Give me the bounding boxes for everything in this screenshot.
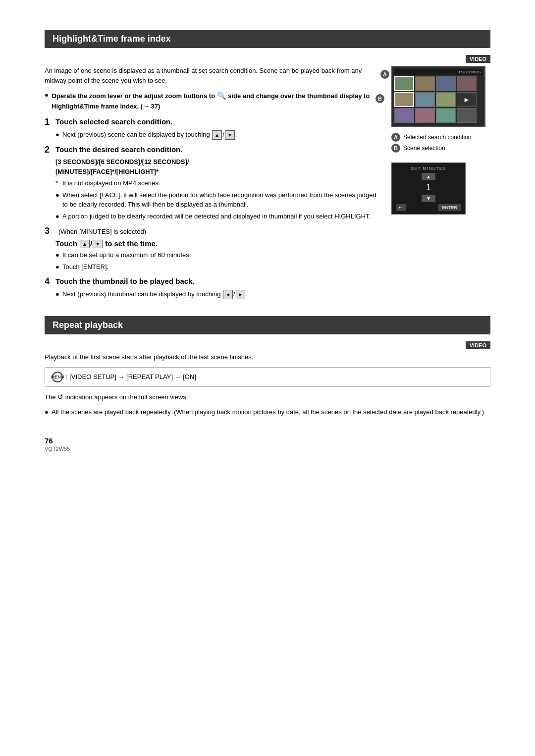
set-minutes-display: SET MINUTES ▲ 1 ▼ ↩ ENTER [391, 162, 466, 215]
section2-header: Repeat playback [45, 316, 490, 334]
page-footer: 76 VQT2W55 [45, 436, 490, 452]
thumb-b2 [415, 92, 435, 107]
section1-header: Highlight&Time frame index [45, 30, 490, 48]
sm-back-btn: ↩ [396, 204, 406, 211]
thumb-3 [436, 76, 456, 91]
label-a-text: Selected search condition [403, 134, 471, 141]
section1-bullet-bold: Operate the zoom lever or the adjust zoo… [45, 90, 381, 111]
label-b-row: B Scene selection [391, 144, 490, 153]
up-btn-3: ▲ [80, 240, 90, 248]
down-btn-3: ▼ [93, 240, 103, 248]
step-1-number: 1 [45, 117, 55, 128]
left-btn: ◄ [223, 290, 233, 299]
step-2-bullet-1: A portion judged to be clearly recorded … [55, 212, 381, 221]
right-btn: ► [236, 290, 246, 299]
step-4-number: 4 [45, 276, 55, 287]
step-3-bullet-0: It can be set up to a maximum of 60 minu… [55, 250, 381, 260]
step-1-title: Touch selected search condition. [55, 117, 172, 127]
step-2-asterisk: It is not displayed on MP4 scenes. [55, 178, 381, 188]
repeat-indication-text: The ↺ indication appears on the full scr… [45, 392, 490, 402]
section2-intro: Playback of the first scene starts after… [45, 352, 490, 362]
page-number: 76 [45, 436, 490, 445]
step-4-title: Touch the thumbnail to be played back. [55, 276, 195, 286]
up-btn: ▲ [212, 130, 222, 140]
thumb-c1 [394, 108, 414, 123]
step-2-block: 2 Touch the desired search condition. [3… [45, 145, 381, 221]
step-2-number: 2 [45, 145, 55, 156]
section1-video-badge: VIDEO [466, 55, 490, 63]
step-1-bullet-0: Next (previous) scene can be displayed b… [55, 130, 381, 140]
thumb-header-label: 3 SECONDS [394, 69, 482, 75]
label-a-circle: A [391, 133, 400, 142]
thumb-4 [457, 76, 477, 91]
step-2-bullet-0: When select [FACE], it will select the p… [55, 190, 381, 210]
section2-video-badge: VIDEO [466, 341, 490, 349]
menu-command-text: : [VIDEO SETUP] → [REPEAT PLAY] → [ON] [66, 373, 196, 380]
step-3-title: Touch ▲/▼ to set the time. [55, 239, 158, 249]
repeat-icon: ↺ [57, 392, 63, 402]
sm-down-btn: ▼ [422, 195, 435, 202]
sm-title: SET MINUTES [396, 166, 461, 171]
thumb-c4 [457, 108, 477, 123]
thumb-b3 [436, 92, 456, 107]
menu-icon: MENU [52, 372, 63, 382]
step-3-number: 3 [45, 226, 55, 237]
step-3-when: (When [MINUTES] is selected) [58, 228, 146, 235]
sm-value: 1 [421, 182, 436, 193]
sm-enter-btn: ENTER [438, 204, 461, 211]
down-btn: ▼ [225, 130, 235, 140]
thumb-2 [415, 76, 435, 91]
thumb-b1 [394, 92, 414, 107]
section1-title: Highlight&Time frame index [53, 34, 171, 44]
right-column: A 3 SECONDS B [391, 66, 490, 304]
step-2-title: Touch the desired search condition. [55, 145, 182, 155]
step-2-subtitle: [3 SECONDS]/[6 SECONDS]/[12 SECONDS]/[MI… [55, 157, 381, 176]
step-1-block: 1 Touch selected search condition. Next … [45, 117, 381, 140]
label-a-row: A Selected search condition [391, 133, 490, 142]
label-a: A [380, 70, 389, 79]
thumb-b4: ► [457, 92, 477, 107]
step-4-bullet-0: Next (previous) thumbnail can be display… [55, 289, 381, 299]
thumb-c2 [415, 108, 435, 123]
section2-title: Repeat playback [53, 320, 123, 330]
step-3-bullet-1: Touch [ENTER]. [55, 262, 381, 272]
thumbnail-display-a: 3 SECONDS B [391, 66, 485, 127]
sm-up-btn: ▲ [422, 173, 435, 180]
section2-bullet-0: All the scenes are played back repeatedl… [45, 407, 490, 417]
thumb-c3 [436, 108, 456, 123]
label-b-text: Scene selection [403, 145, 445, 152]
thumb-selected [394, 76, 414, 91]
label-b-circle: B [391, 144, 400, 153]
section1-intro: An image of one scene is displayed as a … [45, 66, 381, 85]
step-4-block: 4 Touch the thumbnail to be played back.… [45, 276, 381, 299]
page-code: VQT2W55 [45, 446, 490, 452]
step-3-block: 3 (When [MINUTES] is selected) Touch ▲/▼… [45, 226, 381, 271]
menu-command-box: MENU : [VIDEO SETUP] → [REPEAT PLAY] → [… [45, 367, 490, 387]
label-b: B [375, 94, 384, 103]
